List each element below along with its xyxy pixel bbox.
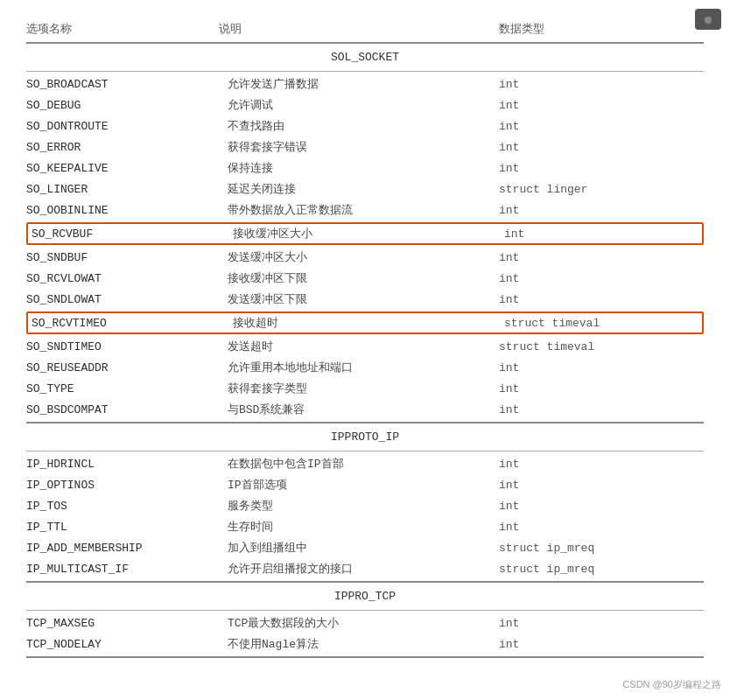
sol-socket-end-divider xyxy=(26,422,704,424)
svg-point-1 xyxy=(705,17,712,24)
row-so-linger: SO_LINGER 延迟关闭连接 struct linger xyxy=(26,178,704,200)
row-so-reuseaddr: SO_REUSEADDR 允许重用本地地址和端口 int xyxy=(26,357,704,378)
section-title-sol-socket: SOL_SOCKET xyxy=(26,46,704,69)
row-so-keepalive: SO_KEEPALIVE 保持连接 int xyxy=(26,158,704,178)
section-title-ipproto-ip: IPPROTO_IP xyxy=(26,425,704,449)
header-divider xyxy=(26,42,704,44)
header-col-type: 数据类型 xyxy=(499,21,704,37)
row-ip-multicast-if: IP_MULTICAST_IF 允许开启组播报文的接口 struct ip_mr… xyxy=(26,558,704,579)
row-tcp-maxseg: TCP_MAXSEG TCP最大数据段的大小 int xyxy=(26,612,704,634)
row-so-rcvtimeo: SO_RCVTIMEO 接收超时 struct timeval xyxy=(26,312,704,334)
row-so-oobinline: SO_OOBINLINE 带外数据放入正常数据流 int xyxy=(26,200,704,220)
camera-icon xyxy=(695,9,721,30)
row-so-rcvbuf: SO_RCVBUF 接收缓冲区大小 int xyxy=(26,222,704,245)
section-title-ippro-tcp: IPPRO_TCP xyxy=(26,584,704,608)
ippro-tcp-end-divider xyxy=(26,656,704,658)
row-tcp-nodelay: TCP_NODELAY 不使用Nagle算法 int xyxy=(26,634,704,654)
svg-rect-2 xyxy=(705,13,711,16)
row-so-sndlowat: SO_SNDLOWAT 发送缓冲区下限 int xyxy=(26,289,704,310)
row-so-type: SO_TYPE 获得套接字类型 int xyxy=(26,378,704,399)
row-so-dontroute: SO_DONTROUTE 不查找路由 int xyxy=(26,116,704,136)
main-table: 选项名称 说明 数据类型 SOL_SOCKET SO_BROADCAST 允许发… xyxy=(26,18,704,658)
row-ip-optinos: IP_OPTINOS IP首部选项 int xyxy=(26,474,704,495)
row-so-error: SO_ERROR 获得套接字错误 int xyxy=(26,136,704,158)
row-so-debug: SO_DEBUG 允许调试 int xyxy=(26,94,704,116)
table-header: 选项名称 说明 数据类型 xyxy=(26,18,704,40)
row-ip-tos: IP_TOS 服务类型 int xyxy=(26,495,704,516)
row-so-sndtimeo: SO_SNDTIMEO 发送超时 struct timeval xyxy=(26,336,704,357)
header-col-name: 选项名称 xyxy=(26,21,219,37)
ipproto-ip-end-divider xyxy=(26,581,704,583)
row-ip-add-membership: IP_ADD_MEMBERSHIP 加入到组播组中 struct ip_mreq xyxy=(26,537,704,558)
row-so-rcvlowat: SO_RCVLOWAT 接收缓冲区下限 int xyxy=(26,268,704,289)
header-col-desc: 说明 xyxy=(219,21,499,37)
row-ip-ttl: IP_TTL 生存时间 int xyxy=(26,516,704,537)
row-so-broadcast: SO_BROADCAST 允许发送广播数据 int xyxy=(26,74,704,94)
row-ip-hdrincl: IP_HDRINCL 在数据包中包含IP首部 int xyxy=(26,453,704,474)
row-so-bsdcompat: SO_BSDCOMPAT 与BSD系统兼容 int xyxy=(26,399,704,420)
sol-socket-divider xyxy=(26,71,704,72)
row-so-sndbuf: SO_SNDBUF 发送缓冲区大小 int xyxy=(26,247,704,268)
ippro-tcp-divider xyxy=(26,610,704,611)
ipproto-ip-divider xyxy=(26,451,704,452)
